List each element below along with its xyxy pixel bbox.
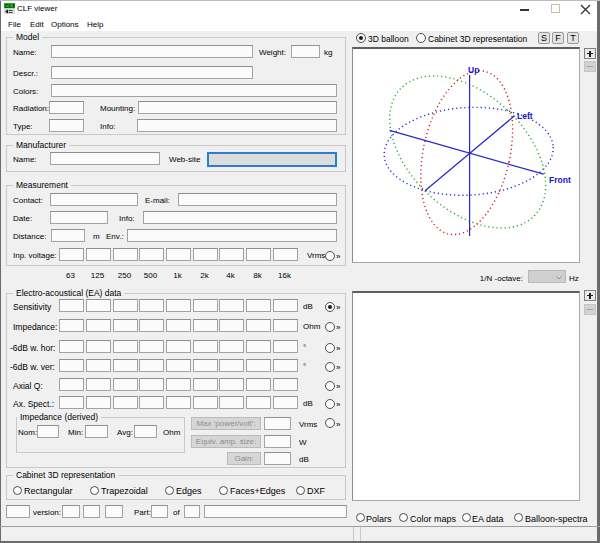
svg-text:Left: Left: [517, 111, 533, 121]
svg-text:Up: Up: [468, 65, 479, 75]
svg-text:CLF: CLF: [4, 3, 15, 9]
svg-text:Front: Front: [549, 175, 571, 185]
